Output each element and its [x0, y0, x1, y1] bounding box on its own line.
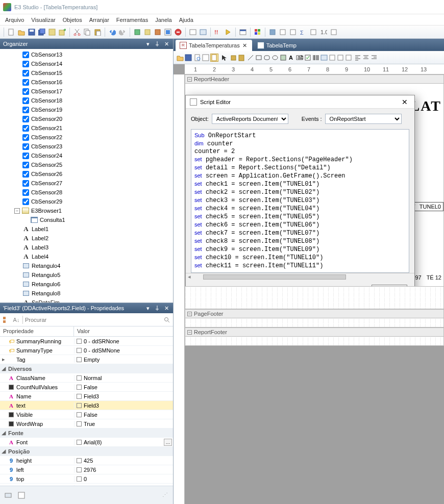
- tree-item[interactable]: CbSensor21: [0, 123, 173, 133]
- section-report-footer[interactable]: − ReportFooter: [185, 327, 444, 337]
- rt-script-icon[interactable]: [210, 54, 218, 62]
- tree-checkbox[interactable]: [22, 180, 29, 187]
- menu-ferramentas[interactable]: Ferramentas: [116, 17, 148, 23]
- property-row[interactable]: 9left2976: [0, 465, 173, 474]
- tab-tabelatemperaturas[interactable]: R TabelaTemperaturas ✕: [176, 40, 252, 51]
- sort-alpha-icon[interactable]: A↓: [12, 316, 20, 324]
- collapse-icon[interactable]: −: [187, 330, 192, 335]
- prop-checkbox[interactable]: [77, 339, 82, 344]
- property-row[interactable]: VisibleFalse: [0, 410, 173, 419]
- cut-icon[interactable]: [72, 28, 82, 37]
- rt-pointer-icon[interactable]: [220, 54, 228, 61]
- events-select[interactable]: OnReportStart: [325, 114, 402, 124]
- tree-item[interactable]: CbSensor18: [0, 96, 173, 105]
- footer-btn2-icon[interactable]: [16, 490, 27, 500]
- rt-subreport-icon[interactable]: [329, 54, 336, 61]
- paste-icon[interactable]: [93, 28, 102, 37]
- report-designer-surface[interactable]: − ReportHeader ELAT L07 TUNEL0 097 TÉ 12: [185, 74, 444, 504]
- collapse-icon[interactable]: −: [14, 208, 20, 214]
- tree-item[interactable]: ALabel2: [0, 234, 173, 243]
- property-row[interactable]: ANameField3: [0, 392, 173, 401]
- tree-item[interactable]: CbSensor27: [0, 179, 173, 188]
- tree-checkbox[interactable]: [22, 153, 29, 159]
- undo-icon[interactable]: [108, 28, 117, 37]
- tree-item[interactable]: Retangulo6: [0, 280, 173, 289]
- tree-checkbox[interactable]: [22, 143, 29, 150]
- tree-checkbox[interactable]: [22, 97, 29, 104]
- panel-menu-icon[interactable]: ▾: [144, 40, 152, 47]
- property-row[interactable]: ◢Diversos: [0, 364, 173, 373]
- menu-janela[interactable]: Janela: [155, 17, 171, 23]
- tree-checkbox[interactable]: [22, 198, 29, 205]
- tree-item[interactable]: CbSensor25: [0, 160, 173, 169]
- tree-item[interactable]: CbSensor17: [0, 87, 173, 96]
- tool10-icon[interactable]: [309, 28, 318, 37]
- prop-checkbox[interactable]: [77, 403, 82, 408]
- rt-barcode-icon[interactable]: [312, 54, 319, 61]
- tree-checkbox[interactable]: [22, 162, 29, 168]
- tree-item[interactable]: CbSensor20: [0, 114, 173, 123]
- rt-save-icon[interactable]: [185, 54, 192, 61]
- tree-item[interactable]: CbSensor23: [0, 142, 173, 151]
- code-hscroll[interactable]: ◂: [186, 273, 414, 280]
- prop-checkbox[interactable]: [77, 412, 82, 417]
- section-page-footer[interactable]: − PageFooter: [185, 309, 444, 318]
- property-row[interactable]: 🏷SummaryRunning0 - ddSRNone: [0, 337, 173, 346]
- rt-pagebreak-icon[interactable]: [337, 54, 344, 61]
- tree-item[interactable]: CbSensor16: [0, 78, 173, 87]
- tree-item[interactable]: CbSensor28: [0, 188, 173, 197]
- tree-checkbox[interactable]: [22, 107, 29, 113]
- prop-checkbox[interactable]: [77, 486, 82, 486]
- sort-categorized-icon[interactable]: [2, 316, 10, 324]
- rt-check-icon[interactable]: [304, 54, 311, 61]
- rt-align-right-icon[interactable]: [371, 54, 378, 61]
- add-icon[interactable]: +: [58, 28, 67, 37]
- code-editor[interactable]: Sub OnReportStart dim counter counter = …: [191, 129, 409, 273]
- property-row[interactable]: WordWrapTrue: [0, 419, 173, 429]
- property-row[interactable]: AFontArial(8)…: [0, 438, 173, 447]
- organizer-tree[interactable]: CbSensor13CbSensor14CbSensor15CbSensor16…: [0, 49, 173, 303]
- menu-ajuda[interactable]: Ajuda: [179, 17, 193, 23]
- panel-pin-icon[interactable]: [154, 40, 161, 47]
- domain-icon[interactable]: [47, 28, 57, 37]
- tree-checkbox[interactable]: [22, 116, 29, 122]
- tool7-icon[interactable]: [268, 28, 277, 37]
- panel-close-icon[interactable]: ✕: [163, 40, 170, 47]
- property-row[interactable]: ▸TagEmpty: [0, 355, 173, 364]
- tree-item[interactable]: CbSensor14: [0, 59, 173, 68]
- prop-checkbox[interactable]: [77, 440, 82, 445]
- prop-checkbox[interactable]: [77, 394, 82, 399]
- object-select[interactable]: ActiveReports Document: [212, 114, 288, 124]
- prop-checkbox[interactable]: [77, 458, 82, 463]
- collapse-icon[interactable]: −: [187, 312, 192, 316]
- tool3-icon[interactable]: [153, 28, 162, 37]
- rt-image-icon[interactable]: [320, 54, 328, 61]
- prop-checkbox[interactable]: [77, 467, 82, 472]
- tree-item[interactable]: CbSensor15: [0, 68, 173, 78]
- close-button[interactable]: Close: [372, 285, 407, 287]
- tree-item[interactable]: CbSensor29: [0, 197, 173, 206]
- menu-arquivo[interactable]: Arquivo: [5, 17, 24, 23]
- rt-preview-icon[interactable]: [194, 54, 201, 61]
- tool6-icon[interactable]: [199, 28, 208, 37]
- prop-checkbox[interactable]: [77, 348, 82, 353]
- tree-item[interactable]: CbSensor24: [0, 151, 173, 160]
- tree-checkbox[interactable]: [22, 61, 29, 67]
- tree-item[interactable]: Retangulo8: [0, 289, 173, 298]
- rt-line-icon[interactable]: [247, 54, 254, 61]
- tree-item[interactable]: CbSensor13: [0, 50, 173, 59]
- ellipsis-button[interactable]: …: [164, 439, 172, 446]
- tool5-icon[interactable]: [188, 28, 198, 37]
- properties-grid[interactable]: 🏷SummaryRunning0 - ddSRNone🏷SummaryType0…: [0, 337, 173, 486]
- rt-label-icon[interactable]: A: [288, 54, 295, 61]
- dialog-title-bar[interactable]: Script Editor ✕: [186, 95, 414, 109]
- grid-area-1[interactable]: [185, 287, 444, 309]
- property-row[interactable]: 9height425: [0, 456, 173, 465]
- property-row[interactable]: 9top0: [0, 474, 173, 484]
- tab-tabelatemp[interactable]: TabelaTemp: [253, 40, 301, 51]
- tool11-icon[interactable]: 1.0: [319, 28, 328, 37]
- rt-rect-icon[interactable]: [255, 54, 262, 61]
- menu-visualizar[interactable]: Visualizar: [31, 17, 56, 23]
- prop-checkbox[interactable]: [77, 385, 82, 390]
- colors-icon[interactable]: [253, 28, 262, 37]
